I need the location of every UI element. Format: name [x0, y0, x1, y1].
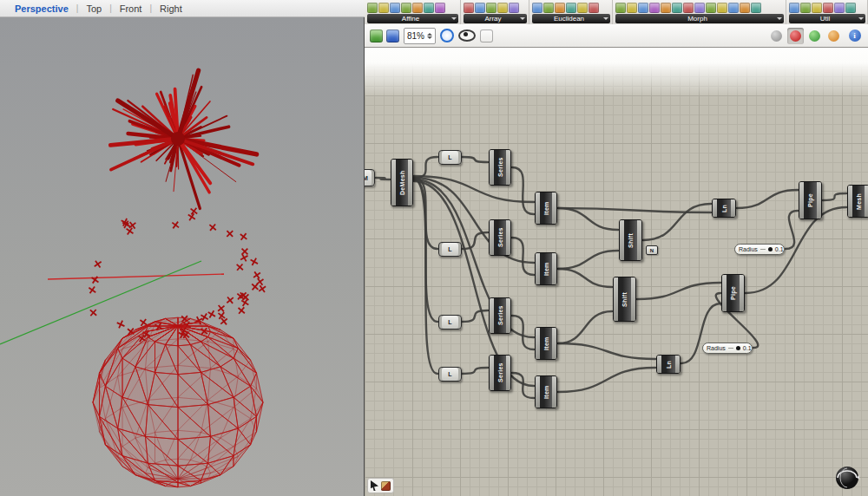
scale-nu-icon[interactable]: [401, 3, 411, 13]
component-shift-2[interactable]: Shift: [613, 277, 636, 322]
grasshopper-toolbar: 81% i: [365, 24, 868, 48]
box-morph-icon[interactable]: [638, 3, 648, 13]
component-shift-1[interactable]: Shift: [619, 219, 642, 261]
slider-radius-slider-1[interactable]: Radius0.1: [734, 244, 785, 255]
component-length-3[interactable]: L: [438, 315, 462, 330]
component-label: Series: [494, 356, 506, 390]
inverse-transform-icon[interactable]: [800, 3, 811, 13]
mirror-surface-icon[interactable]: [694, 3, 705, 13]
sketch-brush-icon[interactable]: [480, 29, 493, 42]
component-label: Item: [540, 193, 552, 224]
zoom-spinner[interactable]: [427, 33, 432, 39]
component-series-3[interactable]: Series: [489, 297, 511, 334]
mirror-curve-icon[interactable]: [683, 3, 694, 13]
ungroup-icon[interactable]: [845, 3, 856, 13]
group-icon[interactable]: [834, 3, 845, 13]
info-button[interactable]: i: [846, 28, 863, 44]
flow-icon[interactable]: [649, 3, 660, 13]
ribbon-group-label-morph[interactable]: Morph: [615, 14, 784, 23]
move-icon[interactable]: [543, 3, 554, 13]
orient-icon[interactable]: [577, 3, 588, 13]
component-mesh-out[interactable]: Mesh: [847, 185, 868, 218]
split-icon[interactable]: [812, 3, 822, 13]
linear-array-icon[interactable]: [464, 3, 474, 13]
component-series-2[interactable]: Series: [489, 219, 511, 256]
box-array-icon[interactable]: [497, 3, 508, 13]
zoom-level-dropdown[interactable]: 81%: [404, 28, 436, 44]
tab-perspective[interactable]: Perspective: [7, 3, 76, 14]
preview-baked-button[interactable]: [825, 28, 842, 44]
project-icon[interactable]: [367, 3, 378, 13]
slider-radius-slider-2[interactable]: Radius0.1: [702, 343, 753, 354]
preview-eye-icon[interactable]: [458, 29, 476, 42]
preview-baked-icon: [828, 30, 839, 42]
component-item-2[interactable]: Item: [535, 252, 557, 285]
orient-direction-icon[interactable]: [435, 3, 445, 13]
component-label: Ln: [661, 356, 675, 373]
mirror-icon[interactable]: [532, 3, 542, 13]
component-item-1[interactable]: Item: [535, 192, 557, 225]
component-length-2[interactable]: L: [438, 242, 462, 257]
slider-handle[interactable]: [736, 346, 740, 350]
grasshopper-canvas[interactable]: MDeMeshLSeriesItemLSeriesItemShiftNLSeri…: [365, 48, 868, 496]
info-icon: i: [849, 29, 861, 42]
move-to-plane-icon[interactable]: [566, 3, 576, 13]
component-demesh[interactable]: DeMesh: [391, 159, 413, 206]
tab-front[interactable]: Front: [112, 3, 150, 14]
preview-off-button[interactable]: [768, 28, 785, 44]
transform-icon[interactable]: [823, 3, 833, 13]
canvas-paint-icon[interactable]: [381, 481, 391, 491]
ribbon-group-label-array[interactable]: Array: [464, 14, 527, 23]
component-label: Series: [494, 150, 506, 185]
tab-right[interactable]: Right: [152, 3, 190, 14]
component-label: Shift: [618, 277, 631, 321]
save-document-icon[interactable]: [386, 29, 399, 42]
component-mesh-param[interactable]: M: [365, 169, 375, 186]
rotate-icon[interactable]: [589, 3, 599, 13]
curve-array-icon[interactable]: [509, 3, 519, 13]
perspective-viewport[interactable]: [0, 17, 365, 496]
component-pipe-2[interactable]: Pipe: [721, 274, 745, 312]
component-item-3[interactable]: Item: [535, 327, 557, 360]
polar-array-icon[interactable]: [475, 3, 485, 13]
sporph-icon[interactable]: [717, 3, 727, 13]
map-to-surface-icon[interactable]: [672, 3, 682, 13]
component-series-1[interactable]: Series: [489, 149, 511, 186]
ribbon-group-label-affine[interactable]: Affine: [367, 14, 458, 23]
component-line-2[interactable]: Ln: [656, 355, 681, 374]
shear-icon[interactable]: [412, 3, 423, 13]
rectangular-array-icon[interactable]: [486, 3, 496, 13]
move-away-from-icon[interactable]: [555, 3, 565, 13]
twist-icon[interactable]: [751, 3, 761, 13]
navigation-ball[interactable]: [833, 463, 861, 491]
tab-top[interactable]: Top: [78, 3, 109, 14]
preview-custom-button[interactable]: [787, 28, 804, 44]
component-pipe-1[interactable]: Pipe: [799, 181, 822, 219]
splop-icon[interactable]: [706, 3, 716, 13]
ribbon-group-label-util[interactable]: Util: [789, 14, 865, 23]
component-wrap-toggle[interactable]: N: [646, 245, 658, 255]
bend-deform-icon[interactable]: [615, 3, 626, 13]
component-label: Ln: [717, 199, 731, 217]
stretch-icon[interactable]: [728, 3, 739, 13]
maelstrom-icon[interactable]: [661, 3, 671, 13]
slider-handle[interactable]: [768, 247, 773, 251]
preview-shaded-button[interactable]: [806, 28, 823, 44]
component-length-4[interactable]: L: [438, 367, 462, 382]
component-item-4[interactable]: Item: [535, 375, 557, 408]
rect-mapping-icon[interactable]: [378, 3, 389, 13]
shear-angle-icon[interactable]: [424, 3, 434, 13]
taper-icon[interactable]: [740, 3, 750, 13]
scale-icon[interactable]: [390, 3, 400, 13]
zoom-default-icon[interactable]: [440, 29, 454, 42]
ribbon-group-label-euclidean[interactable]: Euclidean: [532, 14, 610, 23]
open-document-icon[interactable]: [370, 29, 383, 42]
component-label: Item: [540, 328, 552, 359]
blend-box-icon[interactable]: [627, 3, 637, 13]
compound-icon[interactable]: [789, 3, 799, 13]
canvas-cursor-icon[interactable]: [371, 480, 378, 491]
component-series-4[interactable]: Series: [489, 355, 511, 391]
component-line-1[interactable]: Ln: [712, 199, 736, 218]
preview-off-icon: [771, 30, 782, 42]
component-length-1[interactable]: L: [438, 150, 462, 165]
